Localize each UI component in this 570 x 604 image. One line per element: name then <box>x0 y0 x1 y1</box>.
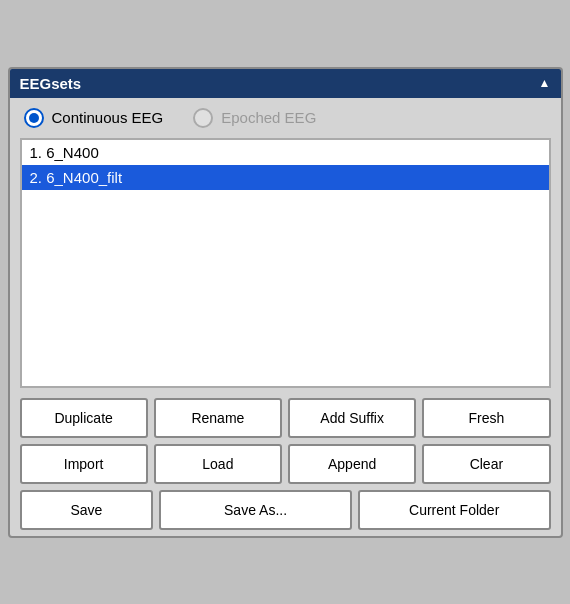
title-bar: EEGsets ▲ <box>10 69 561 98</box>
eegset-list[interactable]: 1. 6_N400 2. 6_N400_filt <box>20 138 551 388</box>
window-title: EEGsets <box>20 75 82 92</box>
fresh-button[interactable]: Fresh <box>422 398 550 438</box>
current-folder-button[interactable]: Current Folder <box>358 490 551 530</box>
duplicate-button[interactable]: Duplicate <box>20 398 148 438</box>
radio-continuous[interactable]: Continuous EEG <box>24 108 164 128</box>
collapse-arrow[interactable]: ▲ <box>539 76 551 90</box>
button-row-1: Duplicate Rename Add Suffix Fresh <box>20 398 551 438</box>
add-suffix-button[interactable]: Add Suffix <box>288 398 416 438</box>
radio-circle-epoched[interactable] <box>193 108 213 128</box>
radio-circle-continuous[interactable] <box>24 108 44 128</box>
button-row-3: Save Save As... Current Folder <box>20 490 551 530</box>
save-button[interactable]: Save <box>20 490 154 530</box>
load-button[interactable]: Load <box>154 444 282 484</box>
save-as-button[interactable]: Save As... <box>159 490 352 530</box>
buttons-section: Duplicate Rename Add Suffix Fresh Import… <box>10 388 561 536</box>
import-button[interactable]: Import <box>20 444 148 484</box>
list-item[interactable]: 1. 6_N400 <box>22 140 549 165</box>
button-row-2: Import Load Append Clear <box>20 444 551 484</box>
eegsets-window: EEGsets ▲ Continuous EEG Epoched EEG 1. … <box>8 67 563 538</box>
radio-epoched[interactable]: Epoched EEG <box>193 108 316 128</box>
list-item[interactable]: 2. 6_N400_filt <box>22 165 549 190</box>
append-button[interactable]: Append <box>288 444 416 484</box>
radio-label-continuous: Continuous EEG <box>52 109 164 126</box>
rename-button[interactable]: Rename <box>154 398 282 438</box>
clear-button[interactable]: Clear <box>422 444 550 484</box>
radio-label-epoched: Epoched EEG <box>221 109 316 126</box>
radio-row: Continuous EEG Epoched EEG <box>10 98 561 138</box>
